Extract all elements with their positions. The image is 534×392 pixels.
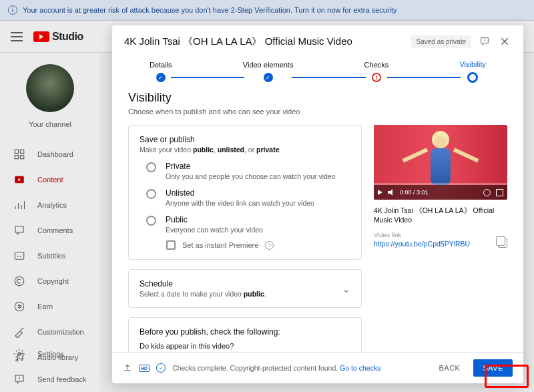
- question-kids: Do kids appear in this video?: [140, 342, 350, 350]
- check-icon: [156, 73, 166, 82]
- option-label: Public: [166, 215, 263, 224]
- settings-icon[interactable]: [483, 189, 491, 196]
- before-publish-card: Before you publish, check the following:…: [128, 317, 362, 352]
- card-title: Schedule: [140, 279, 266, 288]
- premiere-label: Set as instant Premiere: [182, 241, 258, 249]
- saved-badge: Saved as private: [411, 35, 472, 48]
- hd-icon: HD: [139, 365, 150, 372]
- radio-icon: [146, 162, 156, 172]
- step-video-elements[interactable]: Video elements: [243, 61, 294, 82]
- preview-panel: 0:00 / 3:01 4K Jolin Tsai 《OH LA LA LA》 …: [374, 125, 507, 352]
- check-icon: [264, 73, 273, 82]
- current-step-icon: [467, 72, 478, 83]
- section-title: Visibility: [128, 91, 507, 105]
- video-preview[interactable]: 0:00 / 3:01: [374, 125, 507, 200]
- card-title: Save or publish: [140, 135, 350, 144]
- upload-modal: 4K Jolin Tsai 《OH LA LA LA》 Official Mus…: [112, 25, 523, 383]
- close-icon[interactable]: [498, 35, 511, 48]
- step-checks[interactable]: Checks: [364, 61, 389, 82]
- radio-private[interactable]: Private Only you and people you choose c…: [146, 162, 350, 180]
- card-subtitle: Make your video public, unlisted, or pri…: [140, 146, 350, 154]
- card-title: Before you publish, check the following:: [140, 327, 350, 337]
- player-controls: 0:00 / 3:01: [374, 185, 507, 200]
- warning-icon: [372, 73, 381, 82]
- radio-icon: [146, 189, 156, 199]
- preview-title: 4K Jolin Tsai 《OH LA LA LA》 Official Mus…: [374, 206, 507, 224]
- time-display: 0:00 / 3:01: [400, 189, 429, 196]
- go-to-checks-link[interactable]: Go to checks: [340, 364, 380, 372]
- schedule-card[interactable]: Schedule Select a date to make your vide…: [128, 269, 362, 308]
- send-feedback-icon[interactable]: [478, 35, 491, 48]
- upload-stepper: Details Video elements Checks Visibility: [112, 57, 523, 91]
- option-desc: Everyone can watch your video: [166, 226, 263, 234]
- option-desc: Only you and people you choose can watch…: [166, 172, 336, 180]
- radio-icon: [146, 216, 156, 226]
- video-link-label: Video link: [374, 231, 507, 238]
- option-label: Unlisted: [166, 188, 314, 198]
- fullscreen-icon[interactable]: [496, 189, 503, 196]
- premiere-checkbox-row[interactable]: Set as instant Premiere ?: [166, 240, 350, 250]
- chevron-down-icon: ⌄: [342, 282, 350, 295]
- radio-public[interactable]: Public Everyone can watch your video: [146, 215, 350, 234]
- save-publish-card: Save or publish Make your video public, …: [128, 125, 362, 260]
- option-desc: Anyone with the video link can watch you…: [166, 199, 314, 207]
- back-button[interactable]: BACK: [433, 360, 467, 376]
- footer-status: Checks complete. Copyright-protected con…: [172, 364, 380, 372]
- video-link[interactable]: https://youtu.be/pCpd5PYlRBU: [374, 240, 470, 248]
- volume-icon[interactable]: [388, 189, 394, 196]
- check-circle-icon: ✓: [156, 363, 166, 373]
- section-subtitle: Choose when to publish and who can see y…: [128, 108, 507, 116]
- modal-header: 4K Jolin Tsai 《OH LA LA LA》 Official Mus…: [112, 25, 523, 57]
- help-icon[interactable]: ?: [265, 241, 274, 250]
- modal-body[interactable]: Visibility Choose when to publish and wh…: [112, 91, 523, 352]
- card-subtitle: Select a date to make your video public.: [140, 290, 266, 298]
- upload-icon: [123, 363, 132, 373]
- step-visibility[interactable]: Visibility: [459, 60, 486, 83]
- option-label: Private: [166, 162, 336, 171]
- radio-unlisted[interactable]: Unlisted Anyone with the video link can …: [146, 188, 350, 207]
- save-button[interactable]: SAVE: [473, 359, 513, 377]
- step-connector: [292, 77, 365, 78]
- checkbox-icon: [166, 240, 176, 250]
- modal-title: 4K Jolin Tsai 《OH LA LA LA》 Official Mus…: [124, 35, 405, 48]
- modal-footer: HD ✓ Checks complete. Copyright-protecte…: [112, 352, 523, 383]
- step-connector: [387, 77, 461, 78]
- play-icon[interactable]: [378, 190, 382, 195]
- step-connector: [171, 77, 244, 78]
- step-details[interactable]: Details: [150, 61, 172, 82]
- copy-icon[interactable]: [498, 238, 507, 248]
